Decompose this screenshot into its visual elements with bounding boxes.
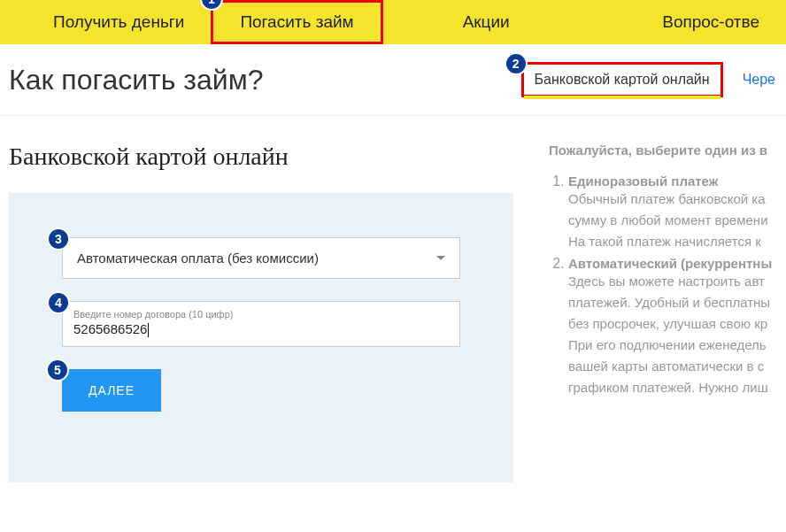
chevron-down-icon bbox=[436, 256, 445, 260]
submit-button[interactable]: ДАЛЕЕ bbox=[62, 369, 161, 412]
select-value: Автоматическая оплата (без комиссии) bbox=[77, 251, 319, 266]
tab-label: Банковской картой онлайн bbox=[535, 72, 710, 87]
tab-next-partial[interactable]: Чере bbox=[732, 65, 786, 95]
tab-bank-card-online[interactable]: 2 Банковской картой онлайн bbox=[521, 62, 723, 97]
instruction-item-2: Автоматический (рекуррентны Здесь вы мож… bbox=[568, 256, 777, 398]
instr-item-title: Автоматический (рекуррентны bbox=[568, 256, 777, 271]
payment-type-select[interactable]: 3 Автоматическая оплата (без комиссии) bbox=[62, 237, 460, 279]
instr-item-text: Здесь вы можете настроить авт платежей. … bbox=[568, 271, 777, 398]
instruction-item-1: Единоразовый платеж Обычный платеж банко… bbox=[568, 173, 777, 252]
nav-faq[interactable]: Вопрос-отве bbox=[636, 0, 759, 44]
instr-item-title: Единоразовый платеж bbox=[568, 173, 777, 189]
page-title: Как погасить займ? bbox=[9, 64, 521, 96]
main-content: Банковской картой онлайн 3 Автоматическа… bbox=[0, 116, 786, 482]
input-label: Введите номер договора (10 цифр) bbox=[73, 309, 449, 320]
payment-form: 3 Автоматическая оплата (без комиссии) 4… bbox=[9, 193, 513, 482]
nav-promo[interactable]: Акции bbox=[436, 0, 536, 44]
instructions-panel: Пожалуйста, выберите один из в Единоразо… bbox=[549, 143, 777, 482]
left-column: Банковской картой онлайн 3 Автоматическа… bbox=[9, 143, 513, 482]
contract-number-field[interactable]: 4 Введите номер договора (10 цифр) 52656… bbox=[62, 301, 460, 347]
contract-number-input[interactable]: 5265686526 bbox=[73, 321, 149, 336]
step-badge-4: 4 bbox=[47, 291, 70, 314]
step-badge-2: 2 bbox=[505, 52, 528, 75]
step-badge-5: 5 bbox=[46, 359, 69, 382]
step-badge-3: 3 bbox=[47, 227, 70, 251]
section-title: Банковской картой онлайн bbox=[9, 143, 513, 171]
instr-item-text: Обычный платеж банковской ка сумму в люб… bbox=[568, 189, 777, 252]
top-navigation: 1 Получить деньги Погасить займ Акции Во… bbox=[0, 0, 786, 44]
subtitle-bar: Как погасить займ? 2 Банковской картой о… bbox=[0, 44, 786, 116]
instructions-title: Пожалуйста, выберите один из в bbox=[549, 143, 777, 158]
text-cursor bbox=[148, 323, 149, 337]
instructions-list: Единоразовый платеж Обычный платеж банко… bbox=[549, 173, 777, 398]
tab-area: 2 Банковской картой онлайн Чере bbox=[521, 62, 786, 97]
nav-get-money[interactable]: Получить деньги bbox=[27, 0, 211, 44]
nav-repay-loan[interactable]: Погасить займ bbox=[211, 0, 382, 44]
